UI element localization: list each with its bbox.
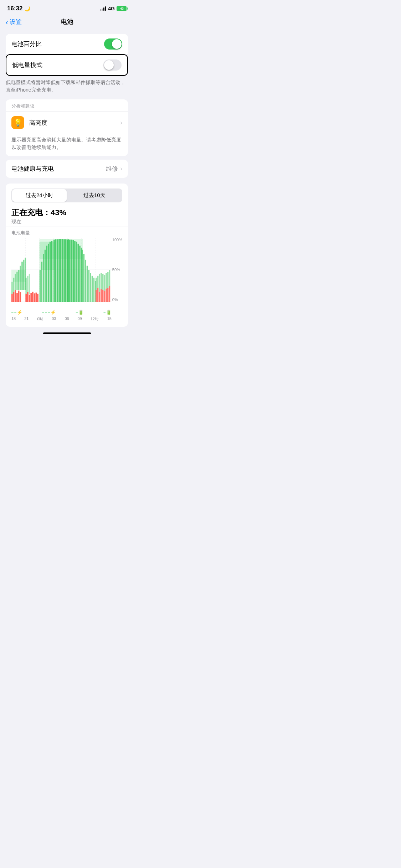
svg-rect-71 xyxy=(93,278,94,302)
svg-rect-15 xyxy=(11,281,13,294)
svg-rect-68 xyxy=(88,270,89,302)
svg-rect-13 xyxy=(18,290,20,302)
svg-rect-24 xyxy=(11,270,25,282)
moon-icon: 🌙 xyxy=(24,6,30,11)
status-time: 16:32 🌙 xyxy=(7,5,30,12)
chart-y-axis: 100% 50% 0% xyxy=(112,238,122,309)
analysis-header: 分析和建议 xyxy=(6,99,128,112)
battery-indicator: 43 xyxy=(117,6,127,11)
battery-percent-label: 电池百分比 xyxy=(11,40,42,48)
battery-health-section: 电池健康与充电 维修 › xyxy=(6,160,128,178)
chart-svg xyxy=(11,238,112,302)
svg-rect-67 xyxy=(87,265,88,301)
back-label: 设置 xyxy=(10,18,22,26)
charging-subtitle: 现在 xyxy=(11,219,122,225)
x-label-06: 06 xyxy=(65,316,69,322)
low-power-mode-wrapper: 低电量模式 xyxy=(6,54,128,76)
svg-rect-9 xyxy=(11,294,13,302)
svg-rect-14 xyxy=(20,292,21,302)
x-label-03: 03 xyxy=(52,316,56,322)
svg-rect-78 xyxy=(104,291,105,301)
dash-icon-2: – – – xyxy=(42,310,50,314)
svg-rect-80 xyxy=(107,288,109,301)
battery-percent-text: 43 xyxy=(117,7,127,10)
svg-rect-59 xyxy=(74,241,76,302)
y-label-100: 100% xyxy=(112,238,122,242)
svg-rect-25 xyxy=(25,294,27,302)
toggle-thumb xyxy=(104,60,114,70)
analysis-chevron-icon: › xyxy=(120,119,122,126)
svg-rect-58 xyxy=(72,240,74,301)
svg-rect-66 xyxy=(85,259,86,301)
battery-chart: 100% 50% 0% xyxy=(11,238,122,309)
svg-rect-74 xyxy=(97,288,99,301)
svg-rect-70 xyxy=(92,275,93,301)
battery-percent-toggle[interactable] xyxy=(104,38,122,50)
page-title: 电池 xyxy=(61,18,73,26)
health-chevron-icon: › xyxy=(120,165,122,172)
dash-icon-1: – – xyxy=(11,310,16,314)
nav-bar: ‹ 设置 电池 xyxy=(0,15,134,30)
battery-small-icon-2: 🔋 xyxy=(106,310,112,315)
svg-rect-77 xyxy=(102,290,104,302)
svg-rect-11 xyxy=(15,290,16,302)
svg-rect-90 xyxy=(109,270,110,286)
svg-rect-86 xyxy=(102,274,104,290)
svg-rect-65 xyxy=(83,254,84,302)
svg-rect-60 xyxy=(76,242,77,302)
charging-icon-2: – – – ⚡ xyxy=(42,310,56,315)
time-display: 16:32 xyxy=(7,5,22,12)
chart-inner xyxy=(11,238,112,302)
bolt-icon-2: ⚡ xyxy=(50,310,56,315)
svg-rect-69 xyxy=(90,273,91,302)
brightness-icon: 💡 xyxy=(11,116,24,129)
y-label-50: 50% xyxy=(112,268,122,272)
svg-rect-29 xyxy=(32,291,34,301)
svg-rect-32 xyxy=(37,294,38,302)
battery-health-row[interactable]: 电池健康与充电 维修 › xyxy=(6,160,128,178)
svg-rect-55 xyxy=(67,239,69,302)
charging-icons-row: – – ⚡ – – – ⚡ – 🔋 – 🔋 xyxy=(11,310,122,315)
battery-small-icon: 🔋 xyxy=(78,310,84,315)
analysis-brightness-row[interactable]: 💡 高亮度 › xyxy=(6,112,128,133)
period-10d-button[interactable]: 过去10天 xyxy=(67,189,122,202)
svg-rect-76 xyxy=(101,289,102,302)
svg-rect-12 xyxy=(16,293,18,302)
period-24h-button[interactable]: 过去24小时 xyxy=(12,189,67,202)
battery-icon: 43 xyxy=(117,6,127,11)
x-label-18: 18 xyxy=(11,316,16,322)
svg-rect-85 xyxy=(101,273,102,289)
analysis-section: 分析和建议 💡 高亮度 › 显示器亮度高会消耗大量的电量。请考虑降低亮度以改善电… xyxy=(6,99,128,156)
svg-rect-30 xyxy=(34,293,35,302)
y-label-0: 0% xyxy=(112,298,122,302)
x-label-21: 21 xyxy=(24,316,29,322)
signal-icon xyxy=(100,6,106,11)
charging-status: 正在充电：43% 现在 xyxy=(11,202,122,227)
low-power-description: 低电量模式将暂时降低如下载和邮件抓取等后台活动，直至iPhone完全充电。 xyxy=(6,79,128,94)
analysis-item-description: 显示器亮度高会消耗大量的电量。请考虑降低亮度以改善电池续航能力。 xyxy=(6,133,128,156)
home-indicator xyxy=(43,332,91,334)
status-right: 4G 43 xyxy=(100,6,127,11)
svg-rect-61 xyxy=(77,243,79,301)
svg-rect-89 xyxy=(107,272,109,288)
charging-icon-1: – – ⚡ xyxy=(11,310,22,315)
network-type: 4G xyxy=(108,6,115,11)
battery-toggles-group: 电池百分比 xyxy=(6,34,128,55)
chart-x-axis: 18 21 0时 03 06 09 12时 15 xyxy=(11,316,122,327)
svg-rect-36 xyxy=(40,270,41,302)
charging-icon-4: – 🔋 xyxy=(103,310,112,315)
svg-rect-79 xyxy=(106,288,107,301)
svg-rect-73 xyxy=(96,290,97,302)
status-bar: 16:32 🌙 4G 43 xyxy=(0,0,134,15)
x-label-0: 0时 xyxy=(37,316,43,322)
x-label-12: 12时 xyxy=(91,316,99,322)
low-power-toggle[interactable] xyxy=(103,60,122,71)
charging-title: 正在充电：43% xyxy=(11,207,122,218)
back-button[interactable]: ‹ 设置 xyxy=(6,18,22,26)
svg-rect-87 xyxy=(104,275,105,291)
svg-rect-35 xyxy=(29,274,30,294)
dash-icon-4: – xyxy=(103,310,106,314)
x-label-15: 15 xyxy=(107,316,112,322)
svg-rect-62 xyxy=(79,246,81,302)
chart-y-label: 电池电量 xyxy=(11,227,122,238)
